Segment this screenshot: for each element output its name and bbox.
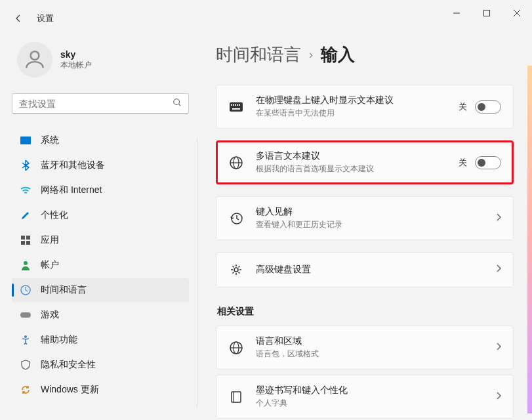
svg-rect-21: [239, 104, 240, 106]
bluetooth-icon: [20, 159, 31, 171]
svg-rect-18: [233, 104, 234, 106]
svg-rect-14: [20, 312, 31, 318]
chevron-right-icon: [496, 264, 501, 276]
update-icon: [20, 384, 31, 396]
chevron-right-icon: ›: [309, 48, 313, 62]
nav-personalization[interactable]: 个性化: [12, 203, 189, 227]
card-title: 多语言文本建议: [256, 150, 447, 162]
minimize-button[interactable]: [441, 3, 472, 24]
svg-rect-8: [21, 236, 25, 240]
svg-rect-10: [21, 241, 25, 245]
card-title: 语言和区域: [256, 335, 484, 347]
gamepad-icon: [20, 309, 31, 321]
close-button[interactable]: [502, 3, 532, 24]
svg-rect-16: [230, 102, 243, 112]
nav-label: 辅助功能: [41, 334, 77, 346]
svg-rect-9: [26, 236, 30, 240]
maximize-button[interactable]: [472, 3, 502, 24]
card-language-region[interactable]: 语言和区域 语言包，区域格式: [216, 326, 514, 369]
nav-gaming[interactable]: 游戏: [12, 303, 189, 327]
related-settings-heading: 相关设置: [217, 306, 514, 318]
card-title: 高级键盘设置: [256, 264, 484, 276]
svg-point-5: [174, 99, 180, 105]
globe-text-icon: [228, 155, 244, 171]
person-icon: [20, 259, 31, 271]
globe-lang-icon: [228, 340, 244, 356]
user-subtitle: 本地帐户: [60, 60, 92, 71]
accessibility-icon: [20, 334, 31, 346]
nav-accounts[interactable]: 帐户: [12, 253, 189, 277]
nav-system[interactable]: 系统: [12, 129, 189, 152]
titlebar: 设置: [0, 0, 532, 26]
breadcrumb: 时间和语言 › 输入: [216, 43, 514, 66]
toggle-state: 关: [459, 101, 467, 113]
chevron-right-icon: [496, 342, 501, 354]
apps-icon: [20, 234, 31, 246]
svg-rect-20: [237, 104, 238, 106]
card-subtitle: 在某些语言中无法使用: [256, 108, 447, 119]
card-title: 键入见解: [256, 206, 484, 218]
nav-time-language[interactable]: 时间和语言: [12, 278, 189, 302]
gear-icon: [228, 262, 244, 278]
avatar: [17, 42, 52, 77]
nav-label: 应用: [41, 234, 59, 246]
nav-list: 系统 蓝牙和其他设备 网络和 Internet 个性化 应用 帐户: [12, 129, 189, 402]
svg-rect-17: [231, 104, 232, 106]
card-physical-keyboard[interactable]: 在物理键盘上键入时显示文本建议 在某些语言中无法使用 关: [216, 85, 514, 129]
card-title: 在物理键盘上键入时显示文本建议: [256, 94, 447, 106]
user-section[interactable]: sky 本地帐户: [12, 33, 189, 93]
window-title: 设置: [37, 12, 54, 24]
nav-privacy[interactable]: 隐私和安全性: [12, 353, 189, 377]
breadcrumb-parent[interactable]: 时间和语言: [216, 43, 301, 66]
toggle-switch[interactable]: [475, 100, 501, 114]
card-subtitle: 根据我的语言首选项显示文本建议: [256, 163, 447, 175]
svg-point-27: [234, 268, 238, 272]
card-subtitle: 语言包，区域格式: [256, 348, 484, 360]
search-box[interactable]: [12, 93, 189, 114]
main-content: 时间和语言 › 输入 在物理键盘上键入时显示文本建议 在某些语言中无法使用 关 …: [197, 26, 532, 420]
search-input[interactable]: [19, 98, 173, 109]
nav-label: 帐户: [41, 259, 59, 271]
system-icon: [20, 135, 31, 146]
breadcrumb-current: 输入: [321, 43, 355, 66]
chevron-right-icon: [496, 213, 501, 224]
shield-icon: [20, 359, 31, 371]
brush-icon: [20, 209, 31, 221]
svg-point-12: [24, 261, 28, 265]
svg-rect-11: [26, 241, 30, 245]
toggle-state: 关: [459, 157, 467, 169]
card-typing-insights[interactable]: 键入见解 查看键入和更正历史记录: [216, 196, 514, 240]
nav-update[interactable]: Windows 更新: [12, 378, 189, 402]
svg-rect-7: [20, 136, 31, 144]
sidebar: sky 本地帐户 系统 蓝牙和其他设备 网络和 Internet: [0, 26, 197, 420]
svg-rect-19: [235, 104, 236, 106]
card-subtitle: 查看键入和更正历史记录: [256, 219, 484, 230]
nav-apps[interactable]: 应用: [12, 228, 189, 252]
card-subtitle: 个人字典: [256, 398, 484, 409]
card-multilang-suggestions[interactable]: 多语言文本建议 根据我的语言首选项显示文本建议 关: [216, 140, 514, 184]
edge-decoration: [527, 66, 532, 413]
svg-point-15: [24, 335, 27, 338]
nav-network[interactable]: 网络和 Internet: [12, 178, 189, 202]
toggle-switch[interactable]: [475, 156, 501, 169]
svg-point-4: [31, 51, 39, 60]
nav-bluetooth[interactable]: 蓝牙和其他设备: [12, 154, 189, 177]
svg-rect-22: [232, 108, 240, 110]
chevron-right-icon: [496, 391, 501, 403]
nav-accessibility[interactable]: 辅助功能: [12, 328, 189, 352]
globe-clock-icon: [20, 284, 31, 296]
svg-line-6: [179, 104, 181, 106]
user-name: sky: [60, 49, 92, 60]
nav-label: Windows 更新: [41, 384, 99, 396]
dictionary-icon: [228, 389, 244, 405]
card-inking-typing[interactable]: 墨迹书写和键入个性化 个人字典: [216, 375, 514, 419]
nav-label: 个性化: [41, 209, 68, 221]
history-icon: [228, 211, 244, 226]
keyboard-icon: [228, 99, 244, 115]
back-button[interactable]: [12, 12, 25, 25]
card-advanced-keyboard[interactable]: 高级键盘设置: [216, 252, 514, 287]
svg-rect-1: [484, 10, 490, 16]
nav-label: 时间和语言: [41, 284, 87, 296]
nav-label: 蓝牙和其他设备: [41, 159, 105, 171]
nav-label: 网络和 Internet: [41, 184, 102, 196]
